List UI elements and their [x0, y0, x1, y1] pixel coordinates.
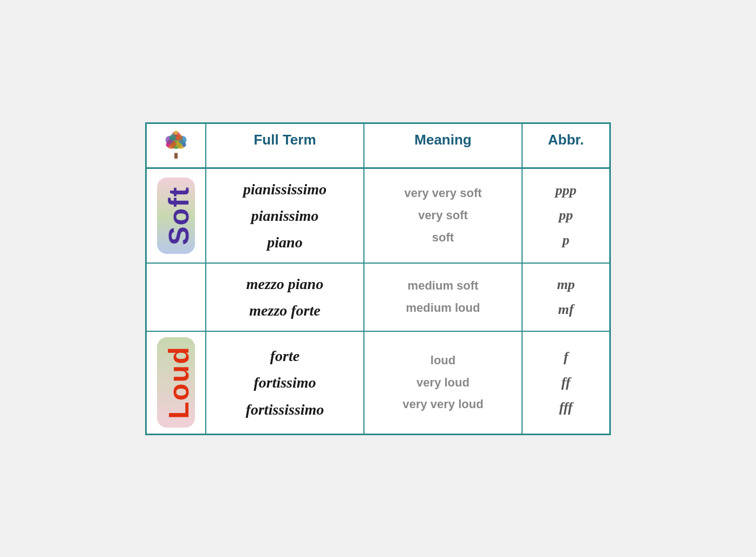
svg-rect-0: [174, 153, 178, 159]
meaning-soft: soft: [375, 230, 511, 246]
tree-icon: [160, 129, 192, 162]
svg-point-11: [174, 130, 178, 135]
table-header: Full Term Meaning Abbr.: [147, 124, 609, 169]
medium-abbrs-cell: mp mf: [523, 264, 609, 331]
abbr-f: f: [533, 348, 598, 367]
svg-point-10: [182, 142, 186, 147]
meaning-loud: loud: [375, 352, 511, 369]
loud-label: Loud: [157, 337, 195, 428]
medium-terms-cell: mezzo piano mezzo forte: [206, 264, 364, 331]
col-meaning-header: Meaning: [364, 124, 523, 167]
soft-label: Soft: [157, 178, 195, 254]
abbr-mf: mf: [533, 300, 598, 319]
svg-point-8: [176, 134, 183, 141]
col-abbr-header: Abbr.: [523, 124, 609, 167]
loud-terms-cell: forte fortissimo fortississimo: [206, 332, 364, 433]
term-fortissimo: fortissimo: [223, 372, 347, 393]
meaning-very-loud: very loud: [375, 375, 511, 391]
abbr-ff: ff: [533, 373, 598, 392]
col-fullterm-header: Full Term: [206, 124, 364, 167]
svg-point-9: [166, 142, 170, 147]
loud-meanings-cell: loud very loud very very loud: [364, 332, 523, 433]
soft-abbrs-cell: ppp pp p: [523, 169, 609, 263]
medium-meanings-cell: medium soft medium loud: [364, 264, 523, 331]
svg-point-7: [170, 134, 176, 141]
abbr-pp: pp: [533, 206, 598, 225]
soft-terms-cell: pianississimo pianissimo piano: [206, 169, 364, 263]
meaning-very-very-soft: very very soft: [375, 185, 511, 202]
abbr-fff: fff: [533, 398, 598, 417]
meaning-medium-loud: medium loud: [375, 300, 511, 317]
main-table: Full Term Meaning Abbr. Soft pianississi…: [145, 122, 611, 435]
term-mezzo-forte: mezzo forte: [223, 300, 347, 321]
abbr-ppp: ppp: [533, 181, 598, 200]
term-pianississimo: pianississimo: [223, 179, 347, 200]
soft-category-cell: Soft: [147, 169, 206, 263]
section-medium: mezzo piano mezzo forte medium soft medi…: [147, 264, 609, 332]
meaning-very-very-loud: very very loud: [375, 396, 511, 413]
term-fortississimo: fortississimo: [223, 399, 347, 420]
logo-cell: [147, 124, 206, 167]
loud-category-cell: Loud: [147, 332, 206, 433]
section-loud: Loud forte fortissimo fortississimo loud…: [147, 332, 609, 433]
term-forte: forte: [223, 345, 347, 366]
meaning-very-soft: very soft: [375, 207, 511, 224]
loud-abbrs-cell: f ff fff: [523, 332, 609, 433]
abbr-mp: mp: [533, 275, 598, 294]
term-mezzo-piano: mezzo piano: [223, 273, 347, 294]
term-piano: piano: [223, 232, 347, 253]
medium-category-cell: [147, 264, 206, 331]
abbr-p: p: [533, 231, 598, 250]
soft-meanings-cell: very very soft very soft soft: [364, 169, 523, 263]
meaning-medium-soft: medium soft: [375, 278, 511, 294]
term-pianissimo: pianissimo: [223, 205, 347, 226]
section-soft: Soft pianississimo pianissimo piano very…: [147, 169, 609, 264]
